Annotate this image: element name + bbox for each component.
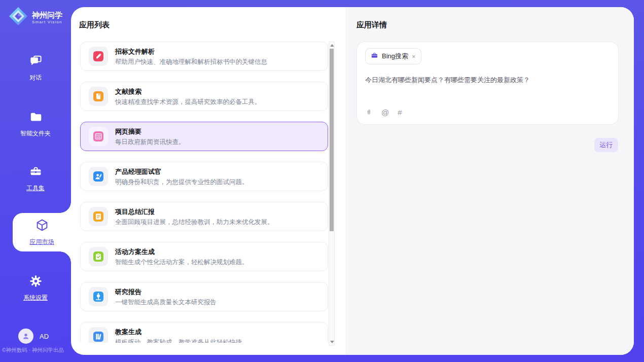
- app-card-4[interactable]: 项目总结汇报 全面回顾项目进展，总结经验教训，助力未来优化发展。: [80, 202, 328, 231]
- sidebar-item-chat[interactable]: 对话: [0, 54, 71, 82]
- app-detail-title: 应用详情: [356, 20, 387, 30]
- app-card-description: 一键智能生成高质量长文本研究报告: [115, 299, 217, 306]
- sidebar-item-label: 对话: [29, 74, 42, 82]
- chat-icon: [29, 54, 43, 70]
- scroll-thumb[interactable]: [330, 49, 334, 231]
- app-card-list: 招标文件解析 帮助用户快速、准确地理解和解析招标书中的关键信息 文献搜索 快速精…: [80, 42, 328, 343]
- gear-icon: [29, 274, 43, 290]
- app-detail-panel: 应用详情 Bing搜索 × 今日湖北有哪些新闻要点？有哪些需要关注的最新政策？ …: [345, 7, 634, 355]
- app-card-0[interactable]: 招标文件解析 帮助用户快速、准确地理解和解析招标书中的关键信息: [80, 42, 328, 71]
- sidebar-item-label: 工具集: [26, 184, 45, 193]
- brand-logo: 神州问学 Smart Vision: [8, 6, 62, 28]
- interviewer-icon: [89, 167, 108, 186]
- scroll-up-icon[interactable]: [330, 44, 334, 47]
- clipboard-check-icon: [89, 247, 108, 266]
- app-card-6[interactable]: 研究报告 一键智能生成高质量长文本研究报告: [80, 282, 328, 311]
- app-card-3[interactable]: 产品经理面试官 明确身份和职责，为您提供专业性的面试问题。: [80, 162, 328, 191]
- app-card-title: 教案生成: [115, 328, 242, 336]
- sidebar-item-toolbox[interactable]: 工具集: [0, 165, 71, 193]
- close-icon[interactable]: ×: [412, 53, 416, 60]
- app-list-title: 应用列表: [79, 20, 110, 30]
- report-note-icon: [89, 207, 108, 226]
- book-icon: [89, 87, 108, 106]
- app-card-description: 帮助用户快速、准确地理解和解析招标书中的关键信息: [115, 58, 267, 65]
- hash-icon[interactable]: #: [398, 108, 402, 117]
- sidebar-item-label: 系统设置: [23, 294, 48, 302]
- books-icon: [89, 327, 108, 343]
- sidebar-item-folder[interactable]: 智能文件夹: [0, 110, 71, 138]
- app-card-2[interactable]: 网页摘要 每日政府新闻资讯快查。: [80, 122, 328, 151]
- sidebar-item-label: 智能文件夹: [20, 129, 51, 138]
- toolbox-icon: [29, 165, 43, 180]
- webpage-code-icon: [89, 127, 108, 146]
- input-toolbar: @ #: [365, 108, 402, 117]
- microscope-icon: [89, 287, 108, 306]
- user-name: AD: [40, 333, 49, 340]
- folder-icon: [29, 110, 43, 126]
- app-card-description: 明确身份和职责，为您提供专业性的面试问题。: [115, 178, 248, 186]
- main-content: 应用列表 招标文件解析 帮助用户快速、准确地理解和解析招标书中的关键信息 文献搜…: [71, 7, 634, 355]
- app-card-description: 快速精准查找学术资源，提高研究效率的必备工具。: [115, 98, 261, 105]
- sidebar-item-cube[interactable]: 应用市场: [13, 213, 71, 251]
- app-card-7[interactable]: 教案生成 模板驱动，教案秒成，教学准备从此轻松快捷: [80, 322, 328, 343]
- sidebar-footer: ©神州数码 · 神州问学出品: [0, 347, 71, 354]
- sidebar-item-label: 应用市场: [30, 238, 54, 246]
- sidebar: 神州问学 Smart Vision 对话 智能文件夹 工具集 应用市场 系统设置: [0, 0, 71, 362]
- app-card-title: 研究报告: [115, 288, 217, 296]
- briefcase-icon: [371, 52, 378, 61]
- query-input-card[interactable]: Bing搜索 × 今日湖北有哪些新闻要点？有哪些需要关注的最新政策？ @ #: [356, 42, 619, 125]
- edit-doc-icon: [89, 47, 108, 66]
- app-card-title: 网页摘要: [115, 128, 185, 135]
- app-card-title: 招标文件解析: [115, 48, 267, 55]
- app-list-scrollbar[interactable]: [329, 42, 335, 346]
- diamond-logo-icon: [8, 6, 28, 28]
- tool-tag-bing-search[interactable]: Bing搜索 ×: [365, 48, 421, 64]
- user-account[interactable]: AD: [18, 329, 49, 344]
- query-text[interactable]: 今日湖北有哪些新闻要点？有哪些需要关注的最新政策？: [365, 76, 609, 85]
- cube-icon: [35, 218, 49, 234]
- scroll-down-icon[interactable]: [330, 341, 334, 343]
- app-card-description: 智能生成个性化活动方案，轻松解决规划难题。: [115, 259, 248, 266]
- app-card-description: 每日政府新闻资讯快查。: [115, 138, 185, 146]
- paperclip-icon[interactable]: [365, 108, 373, 117]
- tool-tag-label: Bing搜索: [382, 52, 408, 61]
- app-card-1[interactable]: 文献搜索 快速精准查找学术资源，提高研究效率的必备工具。: [80, 82, 328, 111]
- brand-subtitle: Smart Vision: [32, 20, 62, 24]
- app-card-description: 模板驱动，教案秒成，教学准备从此轻松快捷: [115, 339, 242, 343]
- sidebar-item-gear[interactable]: 系统设置: [0, 274, 71, 302]
- app-card-title: 文献搜索: [115, 88, 261, 95]
- at-icon[interactable]: @: [381, 108, 389, 117]
- brand-name: 神州问学: [32, 11, 62, 19]
- app-card-5[interactable]: 活动方案生成 智能生成个性化活动方案，轻松解决规划难题。: [80, 242, 328, 271]
- app-card-title: 活动方案生成: [115, 248, 248, 256]
- app-card-description: 全面回顾项目进展，总结经验教训，助力未来优化发展。: [115, 219, 274, 226]
- app-card-title: 项目总结汇报: [115, 208, 274, 215]
- run-button[interactable]: 运行: [594, 138, 618, 152]
- app-card-title: 产品经理面试官: [115, 168, 248, 175]
- avatar[interactable]: [18, 329, 33, 344]
- app-list-panel: 应用列表 招标文件解析 帮助用户快速、准确地理解和解析招标书中的关键信息 文献搜…: [71, 7, 345, 355]
